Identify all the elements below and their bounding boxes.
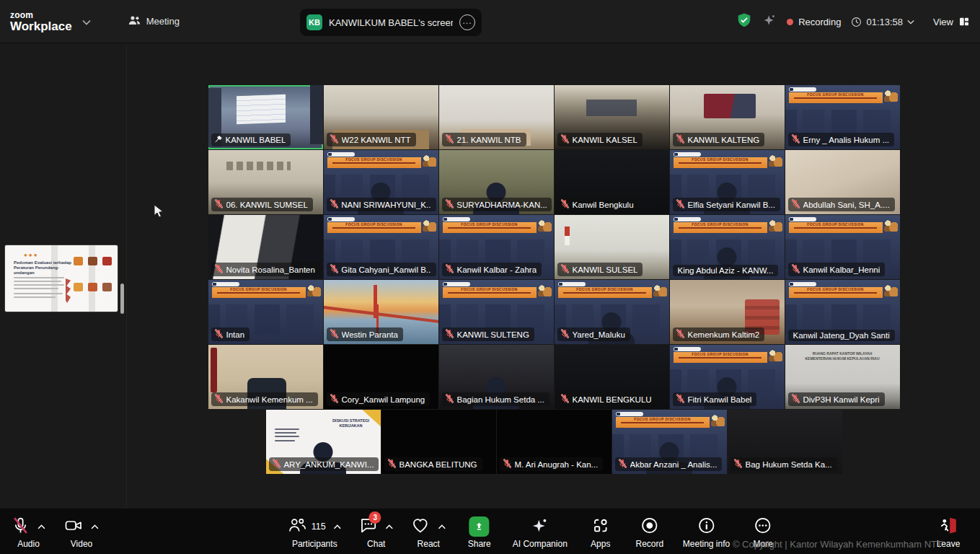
video-tile[interactable]: Bag Hukum Setda Ka...: [728, 410, 842, 474]
gallery-view-icon: [958, 16, 970, 27]
audio-options-chevron-icon[interactable]: [37, 524, 45, 529]
video-tile[interactable]: W22 KANWIL NTT: [324, 85, 438, 149]
workspace-chevron-down-icon[interactable]: [82, 15, 91, 28]
participant-name-label: 06. KANWIL SUMSEL: [211, 198, 313, 211]
video-options-chevron-icon[interactable]: [91, 524, 99, 529]
toolbar-ai-companion-label: AI Companion: [513, 539, 568, 549]
muted-mic-icon: [560, 264, 570, 275]
ai-sparkle-status-icon[interactable]: [762, 13, 777, 30]
toolbar-video-button[interactable]: Video: [64, 514, 99, 549]
toolbar-participants-button[interactable]: 115Participants: [288, 514, 342, 549]
video-tile[interactable]: 21. KANWIL NTB: [439, 85, 554, 149]
toolbar-chat-button[interactable]: 3Chat: [359, 514, 394, 549]
meeting-timer[interactable]: 01:13:58: [851, 17, 914, 27]
fgd-logo-pill: [327, 217, 355, 221]
share-icon: [469, 516, 490, 537]
fgd-banner: FOCUS GROUP DISCUSSION: [616, 417, 710, 428]
tab-options-icon[interactable]: ...: [459, 14, 475, 30]
mouse-cursor: [154, 204, 165, 219]
muted-mic-icon: [445, 394, 454, 405]
tab-shared-screen[interactable]: KB KANWILKUM BABEL's screen ...: [300, 9, 482, 36]
video-tile[interactable]: Kakanwil Kemenkum ...: [208, 345, 323, 409]
chat-options-chevron-icon[interactable]: [386, 524, 394, 529]
security-shield-icon[interactable]: [736, 12, 752, 31]
recording-indicator[interactable]: Recording: [787, 17, 841, 27]
participant-name: ARY_ANKUM_KANWI...: [283, 460, 373, 469]
tile-slide-title: DISKUSI STRATEGI KEBIJAKAN: [329, 418, 374, 428]
participant-name: KANWIL BABEL: [226, 136, 286, 144]
participant-name: W22 KANWIL NTT: [342, 136, 411, 144]
toolbar-apps-label: Apps: [591, 539, 610, 549]
video-tile[interactable]: KANWIL KALSEL: [555, 85, 669, 149]
participant-name: Intan: [226, 330, 245, 339]
fgd-logo-pill: [789, 87, 816, 92]
video-tile[interactable]: FOCUS GROUP DISCUSSIONKanwil Jateng_Dyah…: [785, 280, 900, 344]
apps-icon: [591, 516, 609, 537]
toolbar-chat-label: Chat: [367, 539, 385, 549]
toolbar-audio-button[interactable]: Audio: [12, 514, 45, 549]
video-tile[interactable]: FOCUS GROUP DISCUSSIONKanwil Kalbar - Za…: [439, 215, 554, 279]
video-tile[interactable]: FOCUS GROUP DISCUSSIONErny _ Analis Huku…: [785, 85, 900, 149]
video-tile[interactable]: FOCUS GROUP DISCUSSIONKing Abdul Aziz - …: [670, 215, 785, 279]
fgd-banner: FOCUS GROUP DISCUSSION: [789, 92, 883, 103]
screen-share-initials-badge: KB: [306, 14, 322, 30]
video-tile[interactable]: FOCUS GROUP DISCUSSIONElfia Setyani Kanw…: [670, 150, 785, 214]
toolbar-react-button[interactable]: React: [411, 514, 446, 549]
participant-name-label: DivP3H Kanwil Kepri: [788, 392, 885, 406]
video-tile[interactable]: FOCUS GROUP DISCUSSIONIntan: [208, 280, 323, 344]
muted-mic-icon: [445, 134, 454, 145]
tab-meeting[interactable]: Meeting: [121, 9, 187, 33]
video-tile[interactable]: Abdullah Sani, SH_A....: [785, 150, 900, 214]
video-tile[interactable]: FOCUS GROUP DISCUSSIONYared_Maluku: [555, 280, 669, 344]
participants-options-chevron-icon[interactable]: [334, 524, 342, 529]
video-tile[interactable]: KANWIL BABEL: [208, 85, 323, 149]
react-options-chevron-icon[interactable]: [438, 524, 446, 529]
toolbar-more-button[interactable]: More: [747, 514, 779, 549]
video-tile[interactable]: KANWIL KALTENG: [670, 85, 785, 149]
fgd-logo-pill: [443, 282, 470, 286]
video-tile[interactable]: FOCUS GROUP DISCUSSIONKanwil Kalbar_Henn…: [785, 215, 900, 279]
video-tile[interactable]: M. Ari Anugrah - Kan...: [497, 410, 612, 474]
video-tile[interactable]: Kanwil Bengkulu: [555, 150, 669, 214]
video-tile[interactable]: BANGKA BELITUNG: [381, 410, 496, 474]
toolbar-apps-button[interactable]: Apps: [585, 514, 617, 549]
participant-name-label: KANWIL BENGKULU: [557, 392, 657, 406]
muted-mic-icon: [387, 459, 397, 470]
toolbar-ai-companion-button[interactable]: AI Companion: [513, 514, 568, 549]
video-tile[interactable]: SURYADHARMA-KAN...: [439, 150, 554, 214]
participant-name: Novita Rosalina_Banten: [226, 265, 315, 274]
video-tile[interactable]: FOCUS GROUP DISCUSSIONNANI SRIWAHYUNI_K.…: [324, 150, 438, 214]
shared-slide-thumbnail[interactable]: ●●● Pedoman Evaluasi terhadap Peraturan …: [5, 245, 118, 312]
video-tile[interactable]: RUANG RAPAT KANTOR WILAYAH KEMENTERIAN H…: [785, 345, 900, 409]
video-tile[interactable]: KANWIL BENGKULU: [555, 345, 669, 409]
muted-mic-icon: [503, 459, 512, 470]
thumbnail-scrollbar[interactable]: [120, 283, 124, 314]
tile-slide-text-line: [275, 432, 296, 434]
fgd-illustration: [884, 89, 898, 102]
video-tile[interactable]: FOCUS GROUP DISCUSSIONFitri Kanwil Babel: [670, 345, 785, 409]
fgd-banner: FOCUS GROUP DISCUSSION: [327, 157, 421, 168]
slide-decor: [51, 245, 58, 312]
video-tile[interactable]: Westin Paranta: [324, 280, 438, 344]
toolbar-share-button[interactable]: Share: [464, 514, 495, 549]
view-button[interactable]: View: [933, 16, 970, 27]
toolbar-right-group: Leave: [932, 509, 964, 554]
toolbar-participants-label: Participants: [292, 539, 337, 549]
toolbar-meeting-info-button[interactable]: Meeting info: [683, 514, 730, 549]
toolbar-record-button[interactable]: Record: [634, 514, 666, 549]
video-tile[interactable]: 06. KANWIL SUMSEL: [208, 150, 323, 214]
participant-name-label: Intan: [211, 327, 250, 341]
video-tile[interactable]: KANWIL SULSEL: [555, 215, 669, 279]
video-tile[interactable]: FOCUS GROUP DISCUSSIONAkbar Anzani _ Ana…: [612, 410, 727, 474]
video-tile[interactable]: FOCUS GROUP DISCUSSIONKANWIL SULTENG: [439, 280, 554, 344]
toolbar-leave-button[interactable]: Leave: [932, 514, 964, 549]
video-tile[interactable]: Novita Rosalina_Banten: [208, 215, 323, 279]
participant-name: Gita Cahyani_Kanwil B...: [341, 265, 431, 274]
video-tile[interactable]: Bagian Hukum Setda ...: [439, 345, 554, 409]
video-tile[interactable]: Kemenkum Kaltim2: [670, 280, 785, 344]
video-tile[interactable]: DISKUSI STRATEGI KEBIJAKANARY_ANKUM_KANW…: [266, 410, 381, 474]
video-tile[interactable]: Cory_Kanwil Lampung: [324, 345, 438, 409]
video-tile[interactable]: FOCUS GROUP DISCUSSIONGita Cahyani_Kanwi…: [324, 215, 438, 279]
participant-name: Westin Paranta: [342, 330, 398, 339]
slide-icon: [102, 283, 112, 291]
